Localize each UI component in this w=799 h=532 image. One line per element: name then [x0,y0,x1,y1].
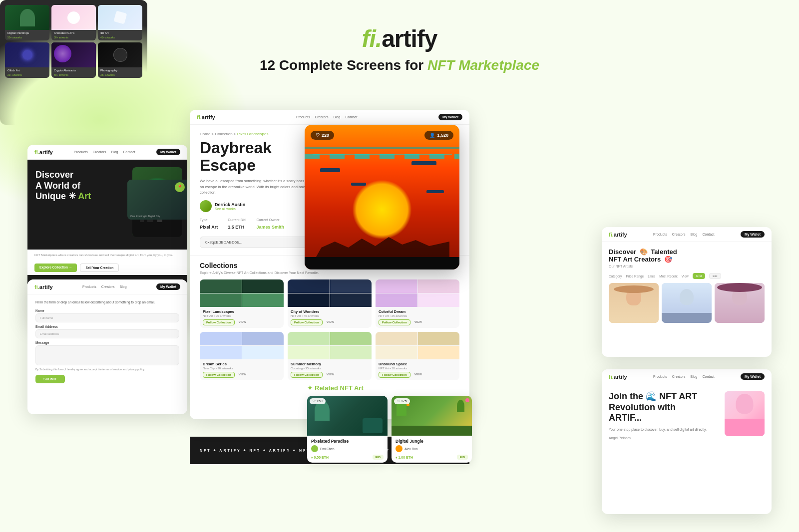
collection-thumb [288,279,372,307]
thumb-cell [200,293,242,307]
thumb-cell [376,293,417,307]
collection-item: Dream Series New City • 20 artworks Foll… [200,332,284,380]
artist-image-1 [609,283,659,323]
message-label: Message [35,341,179,344]
explore-btn[interactable]: Explore Collection → [34,264,77,272]
view-btn[interactable]: VIEW [412,372,424,378]
email-input[interactable]: Email address [35,329,179,338]
image-caption: One Evening in Digital City [130,215,160,218]
view-btn[interactable]: VIEW [412,319,424,325]
owner-value: James Smith [257,225,285,230]
contact-content: Fill in the form or drop an email below … [27,294,187,388]
follow-btn[interactable]: Follow Collection [203,372,235,378]
nft-artwork-overlay: ♡ 220 👤 1,520 [305,125,459,269]
collection-thumb [288,332,372,359]
follow-btn[interactable]: Follow Collection [379,319,410,325]
collection-info: Summer Memory Counting • 35 artworks Fol… [288,359,372,380]
recent-filter-label: Most Recent [659,274,678,278]
thumb-cell [376,279,417,293]
submit-btn[interactable]: SUBMIT [35,375,65,383]
home-hero: DiscoverA World ofUnique ✳ Art 📍 One Eve… [27,160,187,250]
follow-btn[interactable]: Follow Collection [291,319,323,325]
collection-info: Colorful Dream NFT Art • 25 artworks Fol… [376,307,459,328]
creator-name: Derrick Austin [215,202,245,207]
thumb-cell [418,346,460,359]
view-btn[interactable]: VIEW [325,372,336,378]
view-btn[interactable]: VIEW [325,319,336,325]
related-nft-section: ✦Related NFT Art ♡ 150 Pixelated Paradis… [307,384,472,463]
message-input[interactable] [35,345,179,365]
collection-meta: NFT Art • 40 artworks [291,314,369,317]
type-value: Pixel Art [200,225,218,230]
collection-info: City of Wonders NFT Art • 40 artworks Fo… [288,307,372,328]
thumb-cell [418,293,460,307]
collection-info: Unbound Space NFT Art • 18 artworks Foll… [376,359,459,380]
related-creator-name-2: Alex Roo [404,447,417,451]
contact-wallet-btn[interactable]: My Wallet [156,283,180,290]
thumb-cell [330,293,372,307]
related-creator-name-1: Emi Chen [320,447,335,451]
collection-thumb [376,279,459,307]
category-count: 35+ artworks [98,73,142,78]
collection-meta: NFT Art • 30 artworks [203,314,281,317]
thumb-cell [242,293,284,307]
contact-desc: Fill in the form or drop an email below … [35,300,179,304]
category-count: 20+ artworks [5,73,49,78]
privacy-checkbox[interactable]: By Submitting this form, I hereby agree … [35,368,179,371]
list-view-btn[interactable]: List [709,273,721,279]
artist-image-3 [715,283,765,323]
collection-name: Summer Memory [291,362,369,366]
related-info-1: Pixelated Paradise Emi Chen ♦ 0.50 ETH B… [307,436,388,463]
name-input[interactable]: Full name [35,313,179,322]
view-btn[interactable]: VIEW [237,319,248,325]
collection-name: Pixel Landscapes [203,309,281,314]
collection-thumb [200,279,284,307]
angel-artwork [725,391,765,436]
related-like-2[interactable]: ♡ 175 [394,398,410,404]
featured-nft-preview: 📍 One Evening in Digital City [127,180,187,220]
related-info-2: Digital Jungle Alex Roo ♦ 1.00 ETH BID [392,436,472,463]
related-card-2: ♡ 175 Digital Jungle Alex Roo ♦ 1.00 ETH… [392,396,472,463]
artists-nav-logo: fi.artify [609,232,627,238]
page-header: fi.artify 12 Complete Screens for NFT Ma… [0,25,799,73]
collection-meta: Counting • 35 artworks [291,367,369,370]
related-price-row-1: ♦ 0.50 ETH BID [311,455,384,460]
collection-item: Summer Memory Counting • 35 artworks Fol… [288,332,372,380]
follow-btn[interactable]: Follow Collection [291,372,323,378]
artists-wallet-btn[interactable]: My Wallet [741,231,765,238]
bid-label: Current Bid: [228,218,246,222]
related-price-row-2: ♦ 1.00 ETH BID [396,455,468,460]
home-wallet-btn[interactable]: My Wallet [156,149,180,155]
thumb-cell [200,279,242,293]
thumb-cell [288,332,330,345]
join-nav: fi.artify Products Creators Blog Contact… [602,369,772,384]
related-bid-btn-1[interactable]: BID [373,455,384,460]
likes-filter-label: Likes [648,274,655,278]
artists-title: Discover 🎨 TalentedNFT Art Creators 🎯 [609,248,765,263]
related-like-1[interactable]: ♡ 150 [310,398,326,404]
related-bid-btn-2[interactable]: BID [457,455,468,460]
collection-thumb [200,332,284,359]
creator-sub[interactable]: See all works [215,207,245,211]
related-price-1: ♦ 0.50 ETH [311,456,329,459]
contact-nav-links: Products Creators Blog [82,285,126,288]
collection-actions: Follow Collection VIEW [379,319,456,325]
follow-btn[interactable]: Follow Collection [203,319,235,325]
like-badge[interactable]: ♡ 220 [311,131,334,140]
detail-wallet-btn[interactable]: My Wallet [438,114,462,120]
category-filter-label: Category [609,274,622,278]
artists-card: fi.artify Products Creators Blog Contact… [602,227,772,357]
owner-label: Current Owner: [257,218,285,222]
thumb-cell [418,279,460,293]
sell-btn[interactable]: Sell Your Creation [80,264,119,272]
collections-grid: Pixel Landscapes NFT Art • 30 artworks F… [200,279,459,380]
view-btn[interactable]: VIEW [237,372,248,378]
grid-view-btn[interactable]: Grid [693,273,705,279]
join-content: Join the 🌊 NFT ARTRevolution withARTIF..… [602,384,772,447]
name-label: Name [35,309,179,312]
join-wallet-btn[interactable]: My Wallet [741,373,765,380]
collection-meta: NFT Art • 18 artworks [379,367,456,370]
follow-btn[interactable]: Follow Collection [379,372,410,378]
thumb-cell [376,332,417,345]
collections-subtitle: Explore Artify's Diverse NFT Art Collect… [200,271,459,274]
